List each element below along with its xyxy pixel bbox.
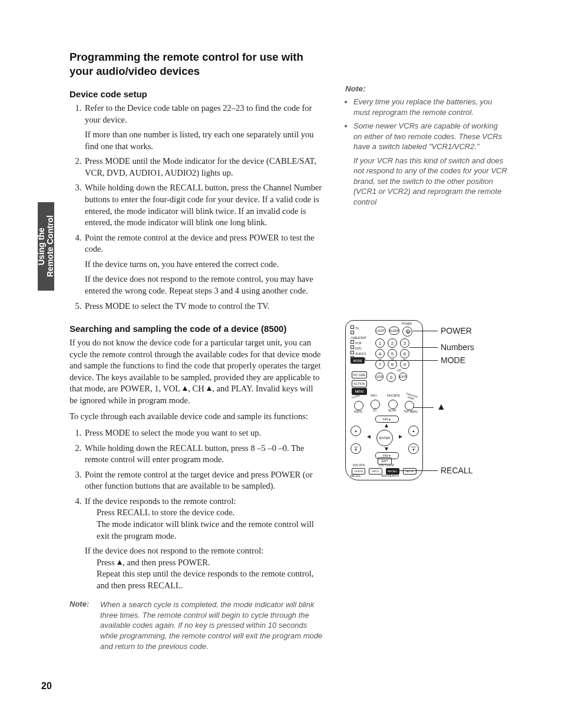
ch-up: ▲ (351, 426, 361, 436)
step-1: Refer to the Device code table on pages … (84, 103, 323, 152)
step-4: Point the remote control at the device a… (84, 232, 323, 297)
mode-led-list: TV CABLE/SAT VCR DVD AUDIO1 AUDIO2 (351, 325, 370, 361)
left-column: Device code setup Refer to the Device co… (70, 89, 323, 651)
search-lead: To cycle through each available device c… (70, 411, 323, 423)
device-code-steps: Refer to the Device code table on pages … (70, 103, 323, 312)
picsize-button: PIC SIZE (352, 371, 367, 378)
right-arrow-icon (399, 435, 402, 439)
callout-numbers: Numbers (441, 342, 474, 352)
exit-button: EXIT (399, 373, 407, 381)
callout-power: POWER (441, 326, 472, 335)
guide-button (354, 401, 363, 410)
mode-button: MODE (351, 357, 365, 364)
search-step-1: Press MODE to select the mode you want t… (84, 427, 323, 439)
side-note-list: Every time you replace the batteries, yo… (345, 97, 507, 207)
page-content: Programming the remote control for use w… (70, 50, 508, 651)
right-column: Note: Every time you replace the batteri… (345, 84, 507, 210)
num-9: 9 (400, 360, 409, 369)
search-step-2: While holding down the RECALL button, pr… (84, 443, 323, 466)
num-1: 1 (375, 338, 385, 348)
remote-outline: TV CABLE/SAT VCR DVD AUDIO1 AUDIO2 POWER… (345, 320, 423, 480)
callout-mode: MODE (441, 355, 465, 365)
favorite-button (388, 400, 398, 409)
vol-up: ▲ (408, 426, 419, 436)
btn-100: 100 (375, 373, 384, 381)
num-4: 4 (375, 349, 385, 358)
search-step-3: Point the remote control at the target d… (84, 469, 323, 492)
num-7: 7 (375, 360, 385, 369)
num-3: 3 (400, 338, 409, 348)
light-button: LIGHT (375, 327, 386, 335)
callout-up-arrow: ▲ (437, 401, 446, 412)
footnote-label: Note: (70, 599, 94, 651)
step-3: While holding down the RECALL button, pr… (84, 182, 323, 228)
chrtn-button: CH RTN (352, 468, 365, 475)
up-triangle-icon (207, 386, 211, 391)
page-title: Programming the remote control for use w… (70, 50, 323, 78)
theater-button (405, 401, 414, 410)
footnote: Note: When a search cycle is completed, … (70, 599, 323, 651)
side-note-item: Some newer VCRs are capable of working o… (353, 121, 507, 207)
dpad: FAV▲ ENTER FAV▼ (360, 417, 408, 458)
step-5: Press MODE to select the TV mode to cont… (84, 301, 323, 312)
up-triangle-icon (117, 560, 122, 565)
fav-up: FAV▲ (375, 416, 399, 423)
side-tab-chapter: Using the Remote Control (38, 202, 54, 291)
num-5: 5 (388, 349, 397, 358)
mute-button: MUTE (403, 468, 416, 475)
num-6: 6 (400, 349, 409, 358)
num-0: 0 (386, 373, 396, 382)
power-label: POWER (402, 322, 412, 325)
num-8: 8 (388, 360, 397, 369)
heading-device-code-setup: Device code setup (70, 89, 323, 99)
left-arrow-icon (367, 435, 371, 439)
down-arrow-icon (385, 447, 388, 451)
ch-button: CH▼ (351, 443, 361, 454)
info-button (371, 400, 380, 409)
up-arrow-icon (385, 424, 388, 427)
num-2: 2 (388, 338, 397, 348)
sleep-button: SLEEP (389, 327, 399, 335)
page-number: 20 (41, 681, 52, 691)
input-button: INPUT (369, 468, 382, 475)
side-note-heading: Note: (345, 84, 507, 93)
footnote-text: When a search cycle is completed, the mo… (100, 599, 323, 651)
action-button: ACTION (352, 380, 367, 387)
power-button: ⏻ (402, 327, 412, 337)
search-step-4: If the device responds to the remote con… (84, 496, 323, 592)
side-note-item: Every time you replace the batteries, yo… (353, 97, 507, 117)
heading-searching-sampling: Searching and sampling the code of a dev… (70, 324, 323, 334)
vol-button: VOL▼ (408, 443, 419, 454)
callout-recall: RECALL (441, 466, 472, 475)
up-triangle-icon (183, 386, 187, 391)
step-2: Press MODE until the Mode indicator for … (84, 156, 323, 179)
recall-button: RECALL (386, 468, 399, 475)
search-intro: If you do not know the device code for a… (70, 337, 323, 406)
enter-button: ENTER (376, 430, 393, 446)
search-steps: Press MODE to select the mode you want t… (70, 427, 323, 591)
remote-diagram: TV CABLE/SAT VCR DVD AUDIO1 AUDIO2 POWER… (345, 320, 507, 485)
